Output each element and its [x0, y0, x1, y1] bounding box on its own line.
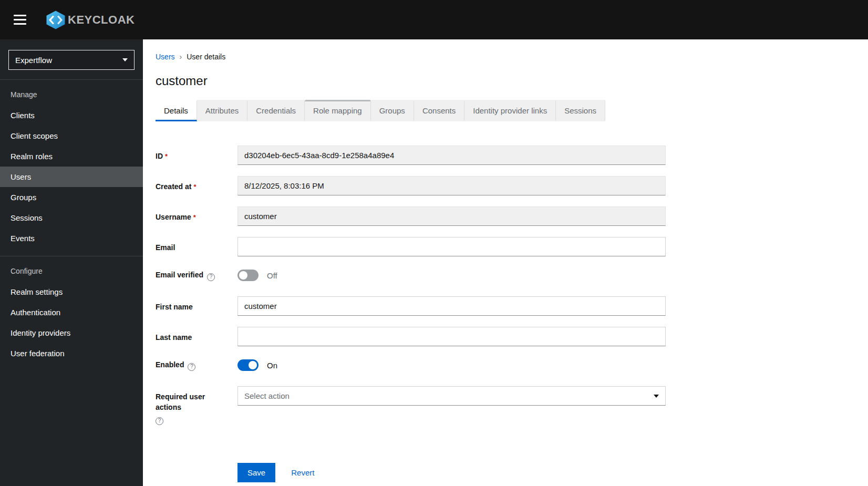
tab-sessions[interactable]: Sessions	[556, 100, 605, 121]
form-row-id: ID*	[156, 146, 855, 165]
sidebar-item-clients[interactable]: Clients	[0, 105, 143, 126]
hamburger-menu-icon[interactable]	[8, 9, 32, 30]
breadcrumb-separator-icon: ›	[180, 53, 182, 61]
email-verified-state: Off	[267, 271, 277, 280]
keycloak-logo-icon	[45, 9, 66, 30]
required-actions-label: Required user actions ?	[156, 386, 237, 425]
nav-section-manage: Manage Clients Client scopes Realm roles…	[0, 79, 143, 256]
tab-details[interactable]: Details	[156, 100, 197, 121]
sidebar-item-realm-settings[interactable]: Realm settings	[0, 282, 143, 302]
username-label: Username*	[156, 206, 237, 223]
required-actions-select[interactable]: Select action	[237, 386, 666, 406]
id-label: ID*	[156, 146, 237, 162]
tab-attributes[interactable]: Attributes	[197, 100, 247, 121]
breadcrumb-users-link[interactable]: Users	[156, 53, 175, 61]
chevron-down-icon	[122, 58, 128, 61]
sidebar-item-users[interactable]: Users	[0, 167, 143, 187]
tab-consents[interactable]: Consents	[414, 100, 464, 121]
required-asterisk: *	[165, 152, 168, 160]
page-title: customer	[156, 74, 855, 88]
form-row-enabled: Enabled? On	[156, 357, 855, 373]
save-button[interactable]: Save	[237, 463, 275, 482]
required-actions-placeholder: Select action	[244, 391, 290, 400]
sidebar-item-identity-providers[interactable]: Identity providers	[0, 323, 143, 343]
email-input[interactable]	[237, 237, 666, 256]
tab-identity-provider-links[interactable]: Identity provider links	[464, 100, 556, 121]
realm-selector-label: Expertflow	[15, 56, 52, 65]
form-row-last-name: Last name	[156, 327, 855, 346]
sidebar: Expertflow Manage Clients Client scopes …	[0, 39, 143, 486]
id-input[interactable]	[237, 146, 666, 165]
breadcrumb: Users › User details	[156, 53, 855, 61]
form-row-required-actions: Required user actions ? Select action	[156, 386, 855, 425]
keycloak-logo: KEYCLOAK	[45, 9, 135, 30]
created-at-input[interactable]	[237, 176, 666, 195]
tab-role-mapping[interactable]: Role mapping	[305, 100, 371, 121]
first-name-input[interactable]	[237, 296, 666, 316]
sidebar-item-user-federation[interactable]: User federation	[0, 343, 143, 364]
last-name-label: Last name	[156, 327, 237, 343]
help-icon[interactable]: ?	[207, 273, 215, 281]
username-input[interactable]	[237, 206, 666, 226]
sidebar-item-groups[interactable]: Groups	[0, 187, 143, 208]
breadcrumb-current: User details	[187, 53, 225, 61]
brand-text: KEYCLOAK	[68, 13, 135, 27]
email-label: Email	[156, 237, 237, 253]
required-asterisk: *	[193, 213, 196, 221]
chevron-down-icon	[654, 395, 659, 398]
main-content: Users › User details customer Details At…	[143, 39, 868, 486]
revert-button[interactable]: Revert	[291, 468, 314, 477]
last-name-input[interactable]	[237, 327, 666, 346]
sidebar-item-client-scopes[interactable]: Client scopes	[0, 126, 143, 146]
enabled-state: On	[267, 361, 277, 370]
help-icon[interactable]: ?	[156, 417, 163, 425]
sidebar-item-events[interactable]: Events	[0, 228, 143, 249]
created-at-label: Created at*	[156, 176, 237, 192]
sidebar-item-sessions[interactable]: Sessions	[0, 208, 143, 228]
required-asterisk: *	[193, 183, 196, 191]
email-verified-label: Email verified?	[156, 270, 237, 281]
sidebar-item-authentication[interactable]: Authentication	[0, 302, 143, 323]
nav-section-configure-title: Configure	[0, 262, 143, 282]
tab-groups[interactable]: Groups	[371, 100, 414, 121]
form-row-email: Email	[156, 237, 855, 256]
topbar: KEYCLOAK	[0, 0, 868, 39]
enabled-label: Enabled?	[156, 359, 237, 371]
realm-selector[interactable]: Expertflow	[8, 50, 135, 70]
sidebar-item-realm-roles[interactable]: Realm roles	[0, 146, 143, 167]
form-row-username: Username*	[156, 206, 855, 226]
form-row-created-at: Created at*	[156, 176, 855, 195]
tab-bar: Details Attributes Credentials Role mapp…	[156, 100, 855, 121]
help-icon[interactable]: ?	[188, 363, 195, 371]
enabled-toggle[interactable]	[237, 359, 259, 371]
nav-section-manage-title: Manage	[0, 85, 143, 105]
form-row-first-name: First name	[156, 296, 855, 316]
nav-section-configure: Configure Realm settings Authentication …	[0, 256, 143, 371]
form-row-email-verified: Email verified? Off	[156, 267, 855, 283]
form-actions: Save Revert	[156, 463, 855, 482]
user-details-form: ID* Created at* Username* Email	[156, 146, 855, 482]
email-verified-toggle[interactable]	[237, 270, 259, 281]
tab-credentials[interactable]: Credentials	[247, 100, 305, 121]
first-name-label: First name	[156, 296, 237, 312]
